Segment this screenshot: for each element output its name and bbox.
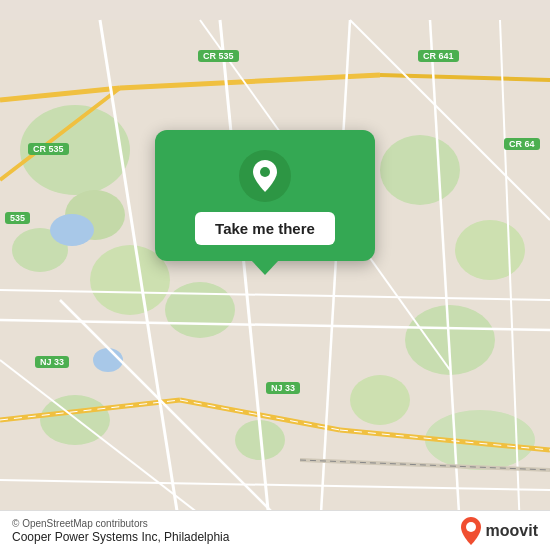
road-label-nj33-left: NJ 33 xyxy=(35,356,69,368)
location-pin-icon xyxy=(239,150,291,202)
moovit-logo: moovit xyxy=(460,517,538,545)
road-label-cr64: CR 64 xyxy=(504,138,540,150)
moovit-brand-text: moovit xyxy=(486,522,538,540)
road-label-nj33-center: NJ 33 xyxy=(266,382,300,394)
bottom-bar: © OpenStreetMap contributors Cooper Powe… xyxy=(0,510,550,550)
road-label-535: 535 xyxy=(5,212,30,224)
map-container: CR 535 CR 641 CR 535 535 NJ 33 NJ 33 CR … xyxy=(0,0,550,550)
svg-point-7 xyxy=(380,135,460,205)
svg-point-42 xyxy=(466,522,476,532)
svg-point-12 xyxy=(350,375,410,425)
copyright-text: © OpenStreetMap contributors xyxy=(12,518,229,529)
svg-point-14 xyxy=(50,214,94,246)
take-me-there-button[interactable]: Take me there xyxy=(195,212,335,245)
svg-point-5 xyxy=(165,282,235,338)
moovit-pin-icon xyxy=(460,517,482,545)
svg-point-41 xyxy=(260,167,270,177)
road-label-cr641: CR 641 xyxy=(418,50,459,62)
road-label-cr535-left: CR 535 xyxy=(28,143,69,155)
popup-card: Take me there xyxy=(155,130,375,261)
location-label: Cooper Power Systems Inc, Philadelphia xyxy=(12,530,229,544)
road-label-cr535-top: CR 535 xyxy=(198,50,239,62)
svg-point-8 xyxy=(455,220,525,280)
